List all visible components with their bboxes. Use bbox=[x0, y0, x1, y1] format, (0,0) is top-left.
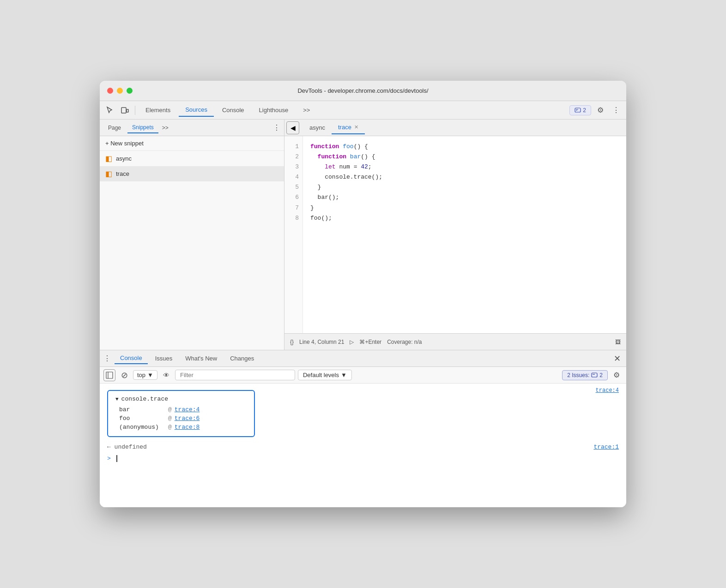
trace-at-anonymous: @ bbox=[168, 424, 172, 431]
editor-tabs: ◀ async trace ✕ bbox=[284, 120, 626, 136]
sidebar-tab-more[interactable]: >> bbox=[160, 123, 170, 133]
tab-elements[interactable]: Elements bbox=[139, 104, 177, 116]
svg-rect-5 bbox=[106, 372, 113, 378]
console-tab-issues[interactable]: Issues bbox=[150, 353, 178, 364]
devtools-toolbar: Elements Sources Console Lighthouse >> 2… bbox=[100, 101, 626, 120]
trace-row-anonymous: (anonymous) @ trace:8 bbox=[115, 423, 247, 432]
trace-fn-anonymous: (anonymous) bbox=[119, 424, 165, 431]
devtools-window: DevTools - developer.chrome.com/docs/dev… bbox=[100, 81, 626, 507]
settings-icon[interactable]: ⚙ bbox=[594, 104, 607, 117]
window-title: DevTools - developer.chrome.com/docs/dev… bbox=[297, 87, 428, 94]
filter-input[interactable] bbox=[175, 370, 295, 380]
badge-count: 2 bbox=[583, 107, 586, 114]
trace-group: ▼ console.trace bar @ trace:4 foo @ trac… bbox=[107, 390, 255, 437]
svg-rect-7 bbox=[592, 373, 597, 377]
editor-tab-async-label: async bbox=[309, 124, 325, 131]
trace-at-foo: @ bbox=[168, 415, 172, 422]
titlebar: DevTools - developer.chrome.com/docs/dev… bbox=[100, 81, 626, 101]
sources-area: Page Snippets >> ⋮ + New snippet ◧ async… bbox=[100, 120, 626, 350]
issues-button[interactable]: 2 Issues: 2 bbox=[562, 370, 608, 380]
console-panel: ⋮ Console Issues What's New Changes ✕ ⊘ … bbox=[100, 350, 626, 507]
run-shortcut: ⌘+Enter bbox=[359, 339, 381, 345]
sidebar-toggle-button[interactable]: ◀ bbox=[286, 121, 299, 134]
device-icon[interactable] bbox=[118, 104, 131, 117]
undefined-text: ← undefined bbox=[107, 444, 147, 450]
levels-arrow-icon: ▼ bbox=[341, 372, 347, 378]
coverage-label: Coverage: n/a bbox=[387, 339, 422, 345]
close-tab-icon[interactable]: ✕ bbox=[354, 124, 358, 130]
file-icon-async: ◧ bbox=[105, 154, 112, 163]
more-options-icon[interactable]: ⋮ bbox=[610, 104, 623, 117]
svg-rect-0 bbox=[121, 108, 126, 113]
tab-sources[interactable]: Sources bbox=[179, 103, 214, 117]
editor-tab-trace[interactable]: trace ✕ bbox=[332, 121, 365, 134]
trace-outer-location[interactable]: trace:4 bbox=[596, 387, 619, 394]
editor-tab-async[interactable]: async bbox=[303, 121, 332, 134]
curly-icon[interactable]: {} bbox=[290, 339, 294, 345]
console-cursor[interactable] bbox=[113, 455, 117, 462]
trace-link-foo[interactable]: trace:6 bbox=[175, 415, 200, 422]
snippet-trace[interactable]: ◧ trace bbox=[100, 166, 284, 181]
maximize-button[interactable] bbox=[127, 88, 133, 94]
sidebar-more-icon[interactable]: ⋮ bbox=[273, 123, 280, 132]
editor-tab-trace-label: trace bbox=[338, 124, 351, 131]
close-button[interactable] bbox=[107, 88, 113, 94]
console-dots-icon[interactable]: ⋮ bbox=[103, 354, 111, 363]
sidebar-tabs: Page Snippets >> ⋮ bbox=[100, 120, 284, 136]
badge-button[interactable]: 2 bbox=[569, 105, 591, 115]
console-output: ▼ console.trace bar @ trace:4 foo @ trac… bbox=[100, 384, 626, 507]
cursor-position: Line 4, Column 21 bbox=[299, 339, 344, 345]
close-console-button[interactable]: ✕ bbox=[612, 352, 623, 366]
trace-row-foo: foo @ trace:6 bbox=[115, 414, 247, 423]
tab-more[interactable]: >> bbox=[296, 104, 316, 116]
clear-console-icon[interactable]: ⊘ bbox=[118, 369, 130, 381]
inspect-icon[interactable] bbox=[103, 104, 116, 117]
line-numbers: 1234 5678 bbox=[284, 136, 303, 333]
console-tab-changes[interactable]: Changes bbox=[224, 353, 260, 364]
snippet-async-label: async bbox=[116, 155, 132, 162]
trace-link-bar[interactable]: trace:4 bbox=[175, 406, 200, 413]
file-sidebar: Page Snippets >> ⋮ + New snippet ◧ async… bbox=[100, 120, 284, 350]
eye-icon[interactable]: 👁 bbox=[160, 369, 172, 381]
image-icon[interactable]: 🖼 bbox=[615, 339, 621, 345]
sidebar-tab-snippets[interactable]: Snippets bbox=[127, 122, 158, 133]
console-tab-whats-new[interactable]: What's New bbox=[180, 353, 223, 364]
console-tabs: ⋮ Console Issues What's New Changes ✕ bbox=[100, 350, 626, 367]
context-selector[interactable]: top ▼ bbox=[133, 370, 157, 380]
levels-button[interactable]: Default levels ▼ bbox=[298, 370, 352, 380]
console-tab-console[interactable]: Console bbox=[115, 353, 148, 364]
context-dropdown-icon: ▼ bbox=[147, 372, 153, 378]
trace-fn-bar: bar bbox=[119, 406, 165, 413]
trace-at-bar: @ bbox=[168, 406, 172, 413]
context-label: top bbox=[137, 372, 145, 378]
trace-header: ▼ console.trace bbox=[115, 396, 247, 402]
undefined-location[interactable]: trace:1 bbox=[593, 444, 619, 450]
status-bar: {} Line 4, Column 21 ▷ ⌘+Enter Coverage:… bbox=[284, 333, 626, 350]
code-content[interactable]: function foo() { function bar() { let nu… bbox=[303, 136, 390, 333]
tab-console[interactable]: Console bbox=[216, 104, 251, 116]
prompt-arrow: > bbox=[107, 455, 111, 462]
toolbar-separator bbox=[135, 106, 135, 115]
tab-lighthouse[interactable]: Lighthouse bbox=[253, 104, 295, 116]
issues-text: 2 Issues: bbox=[567, 372, 589, 378]
prompt-line: > bbox=[107, 453, 619, 464]
svg-rect-1 bbox=[127, 109, 128, 112]
code-area: 1234 5678 function foo() { function bar(… bbox=[284, 136, 626, 333]
console-settings-icon[interactable]: ⚙ bbox=[611, 369, 623, 381]
expand-icon[interactable]: ▼ bbox=[115, 396, 119, 402]
run-icon[interactable]: ▷ bbox=[350, 339, 354, 345]
svg-rect-2 bbox=[575, 108, 581, 112]
sidebar-tab-page[interactable]: Page bbox=[103, 123, 126, 133]
code-editor: ◀ async trace ✕ 1234 5678 function foo()… bbox=[284, 120, 626, 350]
toolbar-right: 2 ⚙ ⋮ bbox=[569, 104, 623, 117]
snippet-async[interactable]: ◧ async bbox=[100, 151, 284, 166]
snippet-trace-label: trace bbox=[116, 170, 129, 177]
trace-output-row: ▼ console.trace bar @ trace:4 foo @ trac… bbox=[107, 387, 619, 440]
trace-link-anonymous[interactable]: trace:8 bbox=[175, 424, 200, 431]
minimize-button[interactable] bbox=[117, 88, 123, 94]
console-toolbar: ⊘ top ▼ 👁 Default levels ▼ 2 Issues: 2 ⚙ bbox=[100, 367, 626, 384]
undefined-line: ← undefined trace:1 bbox=[107, 441, 619, 453]
levels-label: Default levels bbox=[303, 372, 339, 378]
sidebar-toggle-icon[interactable] bbox=[103, 369, 115, 381]
new-snippet-button[interactable]: + New snippet bbox=[100, 136, 284, 151]
